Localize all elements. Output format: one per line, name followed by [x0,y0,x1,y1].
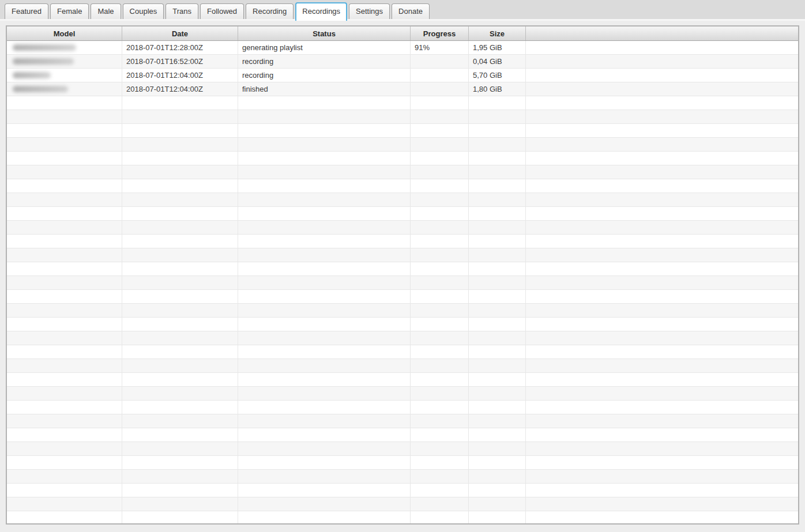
cell-empty [526,124,798,137]
cell-empty [411,373,469,386]
cell-empty [7,456,122,469]
cell-empty [7,497,122,511]
empty-row [7,373,798,387]
cell-empty [526,442,798,455]
recording-row[interactable]: 2018-07-01T12:04:00Zfinished1,80 GiB [7,82,798,96]
cell-empty [7,401,122,414]
cell-empty [526,193,798,206]
cell-empty [122,207,238,220]
cell-size: 1,95 GiB [469,41,526,54]
cell-empty [122,359,238,372]
cell-empty [411,497,469,511]
cell-empty [7,262,122,276]
empty-row [7,414,798,428]
empty-row [7,345,798,359]
cell-empty [238,221,411,234]
empty-row [7,401,798,414]
cell-empty [238,401,411,414]
cell-empty [469,373,526,386]
cell-empty [411,235,469,248]
cell-empty [7,470,122,483]
cell-empty [122,497,238,511]
recording-row[interactable]: 2018-07-01T12:28:00Zgenerating playlist9… [7,41,798,55]
cell-empty [411,456,469,469]
cell-empty [526,304,798,317]
cell-empty [469,221,526,234]
cell-progress: 91% [411,41,469,54]
cell-empty [7,359,122,372]
cell-empty [411,345,469,359]
cell-empty [411,470,469,483]
column-header-size[interactable]: Size [469,27,526,40]
tab-followed[interactable]: Followed [200,3,244,19]
cell-empty [122,511,238,525]
cell-empty [238,511,411,525]
tab-donate[interactable]: Donate [392,3,430,19]
tab-recordings[interactable]: Recordings [295,2,347,21]
empty-row [7,165,798,179]
tab-recording[interactable]: Recording [246,3,294,19]
cell-empty [469,318,526,331]
cell-empty [469,401,526,414]
redacted-model-name [13,44,76,51]
cell-empty [238,442,411,455]
empty-row [7,152,798,165]
tab-settings[interactable]: Settings [349,3,390,19]
cell-filler [526,41,798,54]
table-body: 2018-07-01T12:28:00Zgenerating playlist9… [7,41,798,525]
cell-empty [469,262,526,276]
cell-empty [122,124,238,137]
recording-row[interactable]: 2018-07-01T16:52:00Zrecording0,04 GiB [7,55,798,69]
cell-empty [526,497,798,511]
cell-empty [411,387,469,400]
empty-row [7,290,798,304]
column-header-status[interactable]: Status [238,27,411,40]
column-header-model[interactable]: Model [7,27,122,40]
redacted-model-name [13,86,68,92]
cell-empty [469,248,526,262]
cell-empty [526,221,798,234]
cell-empty [411,193,469,206]
column-header-date[interactable]: Date [122,27,238,40]
cell-empty [7,276,122,289]
cell-empty [238,290,411,303]
column-header-progress[interactable]: Progress [411,27,469,40]
empty-row [7,304,798,318]
table-header-row: ModelDateStatusProgressSize [7,27,798,41]
recording-row[interactable]: 2018-07-01T12:04:00Zrecording5,70 GiB [7,69,798,82]
cell-empty [238,456,411,469]
tab-trans[interactable]: Trans [165,3,198,19]
empty-row [7,387,798,401]
cell-empty [238,276,411,289]
cell-empty [469,124,526,137]
cell-empty [7,484,122,497]
cell-empty [469,414,526,428]
cell-filler [526,69,798,82]
tab-female[interactable]: Female [50,3,89,19]
empty-row [7,193,798,207]
cell-empty [238,470,411,483]
cell-empty [122,414,238,428]
cell-size: 5,70 GiB [469,69,526,82]
cell-size: 0,04 GiB [469,55,526,68]
cell-empty [526,470,798,483]
cell-empty [238,387,411,400]
tab-featured[interactable]: Featured [5,3,48,19]
cell-empty [7,387,122,400]
tab-couples[interactable]: Couples [123,3,164,19]
cell-empty [411,484,469,497]
cell-empty [238,304,411,317]
empty-row [7,110,798,124]
cell-empty [7,345,122,359]
tab-male[interactable]: Male [91,3,121,19]
cell-empty [7,152,122,165]
cell-empty [526,138,798,151]
cell-empty [122,484,238,497]
cell-empty [238,96,411,110]
cell-empty [469,96,526,110]
cell-empty [411,207,469,220]
cell-empty [526,235,798,248]
cell-empty [7,193,122,206]
cell-empty [411,428,469,442]
cell-model [7,82,122,96]
